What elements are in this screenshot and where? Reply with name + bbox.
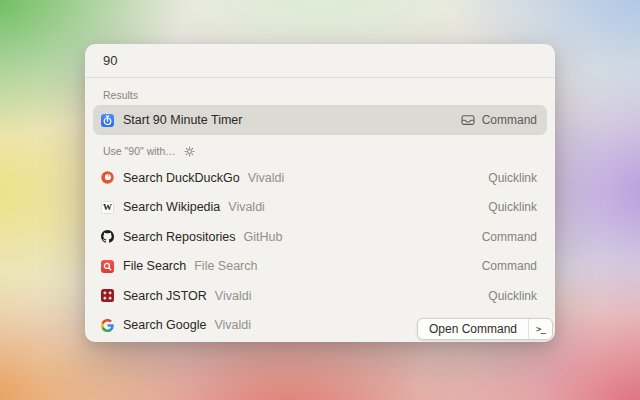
row-subtitle: GitHub [244, 230, 283, 244]
row-subtitle: Vivaldi [228, 200, 265, 214]
row-title: Search Google [123, 318, 206, 332]
row-type-label: Command [482, 230, 537, 244]
use-with-section-label: Use "90" with… [85, 145, 555, 158]
duckduckgo-icon [101, 171, 114, 184]
timer-icon [101, 114, 114, 127]
result-title: Start 90 Minute Timer [123, 113, 243, 127]
gear-icon[interactable] [184, 146, 195, 157]
row-title: Search DuckDuckGo [123, 171, 240, 185]
row-type-label: Quicklink [488, 171, 537, 185]
launcher-window: 90 Results Start 90 Minute Timer [85, 44, 555, 342]
search-input[interactable]: 90 [103, 53, 117, 68]
row-file-search[interactable]: File Search File Search Command [93, 252, 547, 282]
use-with-label: Use "90" with… [103, 145, 176, 158]
wikipedia-icon: W [101, 201, 114, 214]
row-subtitle: Vivaldi [214, 318, 251, 332]
result-type-label: Command [482, 113, 537, 127]
row-search-wikipedia[interactable]: W Search Wikipedia Vivaldi Quicklink [93, 193, 547, 223]
open-command-label: Open Command [418, 322, 528, 336]
enter-key-icon: >_ [528, 319, 552, 339]
desktop-background: 90 Results Start 90 Minute Timer [0, 0, 640, 400]
google-icon [101, 319, 114, 332]
results-section-label: Results [85, 89, 555, 102]
file-search-icon [101, 260, 114, 273]
row-type-label: Quicklink [488, 200, 537, 214]
row-subtitle: File Search [194, 259, 257, 273]
row-subtitle: Vivaldi [248, 171, 285, 185]
row-title: Search Repositories [123, 230, 236, 244]
row-search-repositories[interactable]: Search Repositories GitHub Command [93, 222, 547, 252]
github-icon [101, 230, 114, 243]
row-title: Search Wikipedia [123, 200, 220, 214]
row-type-label: Command [482, 259, 537, 273]
open-command-button[interactable]: Open Command >_ [417, 318, 553, 340]
row-title: Search JSTOR [123, 289, 207, 303]
jstor-icon [101, 289, 114, 302]
tray-icon [461, 114, 475, 126]
row-search-duckduckgo[interactable]: Search DuckDuckGo Vivaldi Quicklink [93, 163, 547, 193]
row-subtitle: Vivaldi [215, 289, 252, 303]
search-bar: 90 [85, 44, 555, 78]
suggestion-list: Search DuckDuckGo Vivaldi Quicklink W Se… [85, 163, 555, 340]
row-search-jstor[interactable]: Search JSTOR Vivaldi Quicklink [93, 281, 547, 311]
row-title: File Search [123, 259, 186, 273]
result-row-start-timer[interactable]: Start 90 Minute Timer Command [93, 105, 547, 135]
row-type-label: Quicklink [488, 289, 537, 303]
